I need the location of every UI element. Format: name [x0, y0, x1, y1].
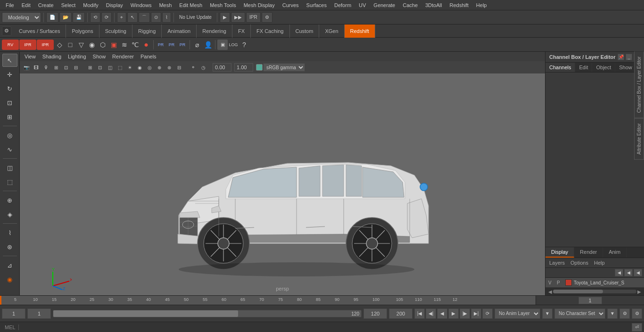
rotate-tool[interactable]: ↻: [2, 82, 17, 95]
menu-mesh[interactable]: Mesh: [155, 1, 175, 9]
frame-range-end-input[interactable]: [363, 308, 387, 319]
vp-light-btn[interactable]: ☀: [125, 63, 134, 72]
drt-render[interactable]: Render: [574, 247, 603, 258]
layers-menu-help[interactable]: Help: [592, 259, 607, 267]
drt-anim[interactable]: Anim: [603, 247, 627, 258]
viewport[interactable]: View Shading Lighting Show Renderer Pane…: [20, 52, 545, 295]
pb-step-back[interactable]: ◀|: [426, 308, 436, 319]
shelf-ipr2-btn[interactable]: IPR: [37, 40, 54, 50]
render-seq-btn[interactable]: ▶▶: [231, 12, 245, 23]
mel-input[interactable]: [22, 324, 632, 330]
render-settings-btn[interactable]: ⚙: [262, 12, 272, 23]
frame-range-start-input[interactable]: [27, 308, 51, 319]
shelf-ipr-btn[interactable]: IPR: [19, 40, 36, 50]
char-set-select[interactable]: No Character Set: [554, 308, 605, 319]
paint-select-btn[interactable]: ⊙: [151, 12, 161, 23]
select-tool-btn[interactable]: ↖: [127, 12, 138, 23]
vp-grid-btn[interactable]: ⊞: [85, 63, 95, 72]
mel-enter-btn[interactable]: ⏎: [632, 323, 642, 332]
shelf-rv-btn[interactable]: RV: [2, 40, 19, 50]
scrollbar-thumb[interactable]: [553, 290, 603, 293]
vp-dof-btn[interactable]: ⊕: [155, 63, 164, 72]
snap-grid[interactable]: ⊕: [2, 194, 17, 207]
tab-settings-btn[interactable]: ⚙: [2, 26, 11, 36]
tab-object[interactable]: Object: [592, 63, 615, 72]
pb-play-fwd[interactable]: ▶: [448, 308, 459, 319]
vp-icon1[interactable]: ⊞: [51, 63, 61, 72]
tab-show[interactable]: Show: [615, 63, 636, 72]
char-set-arrow[interactable]: ▼: [607, 308, 618, 319]
layers-menu-options[interactable]: Options: [569, 259, 590, 267]
shelf-icon-diamond[interactable]: ◇: [54, 40, 65, 50]
timeline-track[interactable]: 5 10 15 20 25 30 35 40 45 50 55 60 65 70…: [0, 296, 536, 305]
tab-custom[interactable]: Custom: [290, 24, 320, 38]
menu-help[interactable]: Help: [472, 1, 491, 9]
current-frame-input[interactable]: 1: [578, 297, 602, 304]
tab-fx-caching[interactable]: FX Caching: [251, 24, 289, 38]
shelf-icon-render1[interactable]: ▣: [217, 40, 228, 50]
scale-tool[interactable]: ⊡: [2, 96, 17, 109]
channel-min-btn[interactable]: _: [626, 54, 632, 60]
tab-channels[interactable]: Channels: [545, 63, 575, 72]
tab-polygons[interactable]: Polygons: [66, 24, 99, 38]
vp-shadow-btn[interactable]: ◉: [135, 63, 144, 72]
menu-uv[interactable]: UV: [355, 1, 370, 9]
vp-tex-btn[interactable]: ⬚: [115, 63, 124, 72]
shelf-icon-cube-red[interactable]: ▣: [108, 40, 119, 50]
tab-fx[interactable]: FX: [232, 24, 251, 38]
undo-btn[interactable]: ⟲: [90, 12, 100, 23]
scroll-right-arrow[interactable]: ▶: [636, 289, 642, 294]
layer-tool-1[interactable]: ◫: [2, 161, 17, 174]
vp-mic-btn[interactable]: 🎙: [41, 63, 51, 72]
menu-file[interactable]: File: [2, 1, 18, 9]
pb-goto-end[interactable]: ▶|: [471, 308, 481, 319]
layer-tool-2[interactable]: ⬚: [2, 175, 17, 188]
select-by-name-btn[interactable]: ⌖: [117, 12, 126, 23]
menu-3dtoa[interactable]: 3DtoAll: [421, 1, 446, 9]
vp-camera-btn[interactable]: 📷: [22, 63, 31, 72]
pb-play-back[interactable]: ◀: [437, 308, 447, 319]
shelf-icon-square[interactable]: □: [65, 40, 75, 50]
vp-menu-view[interactable]: View: [22, 53, 39, 60]
frame-current-input[interactable]: [2, 308, 25, 319]
shelf-icon-pr3[interactable]: PR: [177, 40, 188, 50]
menu-surfaces[interactable]: Surfaces: [303, 1, 330, 9]
ipr-btn[interactable]: IPR: [246, 12, 261, 23]
vp-camera2-btn[interactable]: ◷: [198, 63, 208, 72]
workflow-dropdown[interactable]: Modeling: [2, 12, 41, 23]
menu-edit[interactable]: Edit: [18, 1, 34, 9]
select-tool[interactable]: ↖: [2, 54, 17, 67]
history-tool[interactable]: ⌇: [2, 226, 17, 239]
redo-btn[interactable]: ⟳: [101, 12, 112, 23]
menu-display[interactable]: Display: [102, 1, 127, 9]
shelf-icon-bowl[interactable]: ⌀: [192, 40, 202, 50]
nav-tool[interactable]: ◉: [2, 273, 17, 286]
vp-wireframe-btn[interactable]: ⊡: [95, 63, 105, 72]
save-scene-btn[interactable]: 💾: [73, 12, 85, 23]
shelf-icon-spiral[interactable]: ℃: [130, 40, 140, 50]
tab-rigging[interactable]: Rigging: [132, 24, 162, 38]
shelf-icon-sphere-red[interactable]: ●: [141, 40, 151, 50]
shelf-icon-person[interactable]: 👤: [203, 40, 213, 50]
shelf-icon-question[interactable]: ?: [239, 40, 249, 50]
pb-settings1[interactable]: ⚙: [619, 308, 630, 319]
move-tool[interactable]: ✛: [2, 68, 17, 81]
vp-menu-show[interactable]: Show: [90, 53, 109, 60]
vert-tab-attribute-editor[interactable]: Attribute Editor: [634, 118, 644, 160]
shelf-icon-hex[interactable]: ⬡: [98, 40, 108, 50]
open-scene-btn[interactable]: 📂: [59, 12, 72, 23]
path-tool-btn[interactable]: ⌇: [162, 12, 171, 23]
layer-prev-btn[interactable]: ◀: [615, 269, 623, 276]
tab-sculpting[interactable]: Sculpting: [99, 24, 132, 38]
construction-tool[interactable]: ⊛: [2, 240, 17, 253]
vp-menu-renderer[interactable]: Renderer: [109, 53, 137, 60]
vp-icon3[interactable]: ⊟: [71, 63, 81, 72]
anim-layer-select[interactable]: No Anim Layer: [495, 308, 540, 319]
vp-iso-btn[interactable]: ⌖: [189, 63, 198, 72]
lasso-select-btn[interactable]: ⌒: [139, 12, 150, 23]
pb-settings2[interactable]: ⚙: [632, 308, 642, 319]
scroll-left-arrow[interactable]: ◀: [547, 289, 553, 294]
vert-tab-channel-box[interactable]: Channel Box / Layer Editor: [634, 52, 644, 118]
vp-ao-btn[interactable]: ◎: [145, 63, 154, 72]
menu-create[interactable]: Create: [34, 1, 58, 9]
